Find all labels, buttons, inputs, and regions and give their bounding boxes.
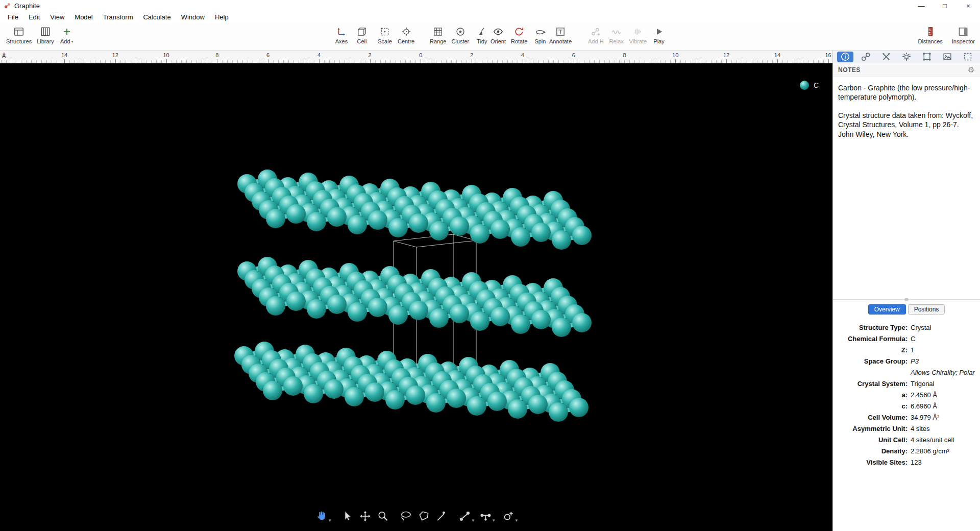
dropdown-caret: ▾ [516, 518, 518, 523]
tab-positions[interactable]: Positions [908, 304, 945, 315]
toolbar-button-label: Cluster [451, 38, 469, 45]
toolbar-button-label: Cell [357, 38, 367, 45]
inspector-tab-gallery[interactable] [939, 52, 955, 62]
notes-body[interactable]: Carbon - Graphite (the low pressure/high… [833, 77, 980, 139]
menu-calculate[interactable]: Calculate [138, 12, 176, 22]
library-button[interactable]: Library [35, 25, 56, 45]
bonds-icon [479, 510, 492, 523]
toolbar-group-4: OrientRotateSpin [488, 25, 550, 45]
overview-row-value: 123 [911, 458, 922, 466]
menu-file[interactable]: File [3, 12, 23, 22]
annotate-button[interactable]: Annotate [547, 25, 574, 45]
overview-row-value: Trigonal [911, 380, 934, 388]
toolbar-button-label: Range [430, 38, 446, 45]
cluster-button[interactable]: Cluster [449, 25, 471, 45]
lasso-select-tool[interactable] [399, 510, 412, 523]
centre-button[interactable]: Centre [396, 25, 416, 45]
cell-button[interactable]: Cell [352, 25, 372, 45]
ruler-tick: 10 [163, 52, 169, 58]
overview-row-label: Unit Cell: [833, 436, 908, 444]
rotate-button[interactable]: Rotate [509, 25, 529, 45]
toolbar-group-7: Play [649, 25, 669, 45]
toolbar-button-label: Distances [918, 38, 942, 45]
inspector-tab-settings[interactable] [898, 52, 915, 62]
toolbar-right: DistancesInspector [916, 25, 977, 45]
toolbar-group-2: ScaleCentre [375, 25, 416, 45]
minimize-button[interactable]: — [910, 0, 933, 11]
menu-transform[interactable]: Transform [98, 12, 138, 22]
translate-tool[interactable] [358, 510, 372, 523]
play-button[interactable]: Play [649, 25, 669, 45]
distances-button[interactable]: Distances [916, 25, 944, 45]
atom-add-icon [502, 510, 515, 523]
relax-button[interactable]: Relax [607, 25, 626, 45]
divider-handle[interactable] [904, 298, 909, 301]
menu-help[interactable]: Help [210, 12, 234, 22]
dropdown-caret: ▾ [472, 518, 474, 523]
ruler-tick: 14 [61, 52, 67, 58]
add-h-button[interactable]: Add H [586, 25, 606, 45]
inspector-tab-unit-cell[interactable] [919, 52, 935, 62]
overview-row-value: 4 sites/unit cell [911, 436, 954, 444]
pen-icon [435, 510, 448, 523]
add-button[interactable]: Add▾ [57, 25, 77, 45]
ruler-tick: 2 [369, 52, 372, 58]
notes-settings-icon[interactable]: ⚙ [968, 65, 975, 75]
overview-row-label: Z: [833, 346, 908, 354]
range-button[interactable]: Range [428, 25, 448, 45]
inspector-tab-model-inspector[interactable] [857, 52, 874, 62]
ruler-tick: 4 [521, 52, 524, 58]
structure-scene: C [0, 63, 832, 531]
tab-overview[interactable]: Overview [868, 304, 906, 315]
notes-paragraph-0: Carbon - Graphite (the low pressure/high… [838, 83, 975, 102]
add-atom-tool[interactable]: ▾ [502, 510, 518, 523]
ruler-tick: 2 [470, 52, 473, 58]
close-button[interactable]: × [957, 0, 980, 11]
toolbar-button-label: Add▾ [60, 38, 74, 45]
annotate-icon [555, 25, 566, 38]
overview-row-value: P3 [911, 357, 919, 365]
app-icon [4, 2, 11, 10]
inspector-tab-selection[interactable] [960, 52, 976, 62]
draw-tool[interactable] [435, 510, 448, 523]
toolbar-button-label: Centre [398, 38, 414, 45]
orient-button[interactable]: Orient [488, 25, 508, 45]
overview-table: Structure Type:CrystalChemical Formula:C… [833, 322, 980, 468]
cursor-icon [340, 510, 354, 523]
ruler-tick: 14 [774, 52, 780, 58]
maximize-button[interactable]: □ [933, 0, 957, 11]
scale-button[interactable]: Scale [375, 25, 395, 45]
inspector-button[interactable]: Inspector [950, 25, 977, 45]
ruler-tick: 12 [112, 52, 118, 58]
inspector-tab-tools[interactable] [878, 52, 894, 62]
measure-tool[interactable]: ▾ [458, 510, 474, 523]
library-icon [40, 25, 51, 38]
zoom-tool[interactable] [376, 510, 389, 523]
play-icon [653, 25, 665, 38]
ruler-tick: 6 [572, 52, 575, 58]
inspector-tab-info[interactable] [837, 52, 853, 62]
toolbar-group-6: Add HRelaxVibrate [586, 25, 649, 45]
bond-tool[interactable]: ▾ [479, 510, 495, 523]
overview-row-value: 2.4560 Å [911, 391, 937, 399]
viewport[interactable]: C ▾▾▾▾ [0, 63, 832, 531]
axes-button[interactable]: Axes [332, 25, 351, 45]
dropdown-caret: ▾ [493, 518, 495, 523]
overview-row-value: Allows Chirality; Polar [911, 369, 975, 376]
menu-model[interactable]: Model [69, 12, 97, 22]
panel-divider[interactable] [833, 298, 980, 301]
pan-tool[interactable]: ▾ [315, 510, 331, 523]
overview-row-label: Chemical Formula: [833, 335, 908, 343]
menu-view[interactable]: View [45, 12, 69, 22]
toolbar-button-label: Relax [609, 38, 624, 45]
overview-row: Visible Sites:123 [833, 456, 980, 468]
select-tool[interactable] [340, 510, 354, 523]
menu-edit[interactable]: Edit [23, 12, 45, 22]
structures-button[interactable]: Structures [4, 25, 34, 45]
polygon-select-tool[interactable] [417, 510, 430, 523]
menu-window[interactable]: Window [176, 12, 210, 22]
toolbar-button-label: Library [37, 38, 54, 45]
ruler-tick: 6 [266, 52, 270, 58]
overview-row-label: Cell Volume: [833, 414, 908, 421]
vibrate-button[interactable]: Vibrate [627, 25, 649, 45]
